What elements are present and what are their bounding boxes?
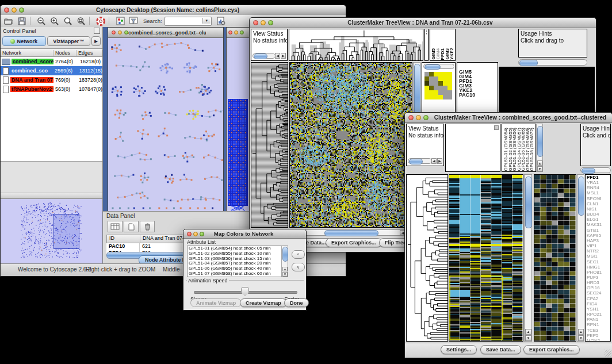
close-button[interactable]	[187, 232, 192, 236]
tv1-spinner-strip[interactable]: ▴▾	[424, 29, 429, 61]
close-button[interactable]	[408, 115, 414, 120]
vizmap-icon[interactable]	[115, 16, 125, 26]
gene-label[interactable]: MAK31	[587, 222, 610, 227]
gene-label[interactable]: MON2	[587, 338, 610, 342]
tv1-zoom-hscrollbar[interactable]	[423, 64, 454, 69]
gene-label[interactable]: PEP5	[587, 333, 610, 338]
gene-label[interactable]: HMG1	[587, 265, 610, 270]
tv1-status-scrollbar[interactable]	[253, 53, 276, 59]
treeview1-titlebar[interactable]: ClusterMaker TreeView : DNA and Tran 07-…	[250, 18, 596, 28]
save-session-button[interactable]	[17, 16, 27, 26]
chart-settings-icon[interactable]	[216, 16, 227, 26]
gene-label[interactable]: YRA1	[587, 180, 610, 185]
float-panel-icon[interactable]	[94, 28, 100, 34]
scroll-right-icon[interactable]: ▶	[281, 53, 286, 59]
zoom-button[interactable]	[200, 232, 204, 236]
zoom-in-icon[interactable]	[49, 16, 60, 26]
main-titlebar[interactable]: Cytoscape Desktop (Session Name: collins…	[1, 5, 346, 16]
gene-label[interactable]: RPN1	[587, 322, 610, 327]
gene-label[interactable]: RNR4	[587, 185, 610, 190]
tv2-settings-button[interactable]: Settings...	[441, 345, 477, 354]
gene-label[interactable]: PFD1	[587, 175, 610, 180]
gene-label[interactable]: ELG1	[587, 217, 610, 222]
gene-label[interactable]: PUF3	[587, 275, 610, 280]
tv2-heatmap[interactable]	[449, 174, 523, 342]
help-ring-icon[interactable]	[95, 16, 106, 26]
maximize-icon[interactable]	[124, 30, 128, 35]
dense-network-canvas[interactable]	[227, 38, 249, 211]
tv2-gene-list[interactable]: PFD1YRA1RNR4MSL1SPC98CLN1NIS1BUD4ELG1MAK…	[585, 174, 611, 342]
gene-label[interactable]: NIS1	[587, 206, 610, 212]
gene-label[interactable]: GTB1	[587, 228, 610, 233]
tv2-hints-scrollbar[interactable]	[580, 167, 611, 173]
tv2-heatmap-vscrollbar[interactable]: ▲ ▼	[524, 174, 532, 342]
gene-label[interactable]: PHO81	[587, 270, 610, 275]
gene-label[interactable]: BUD4	[587, 212, 610, 217]
zoom-out-icon[interactable]	[36, 16, 47, 26]
animate-vizmap-button[interactable]: Animate Vizmap	[190, 298, 242, 307]
zoom-fit-icon[interactable]	[76, 16, 86, 26]
tv2-collabel-scrollbar[interactable]: ▲ ▼	[536, 124, 543, 172]
network-row[interactable]: combined_sco2569(6)13112(15)	[1, 66, 102, 75]
tv2-zoom-heatmap[interactable]	[534, 174, 576, 342]
close-icon[interactable]	[112, 30, 116, 35]
tab-network[interactable]: Network	[2, 36, 46, 46]
treeview2-titlebar[interactable]: ClusterMaker TreeView : combined_scores_…	[405, 113, 612, 123]
zoom-button[interactable]	[268, 20, 273, 25]
close-button[interactable]	[4, 7, 9, 13]
tab-vizmapper[interactable]: VizMapper™	[47, 36, 91, 46]
move-down-button[interactable]: v	[292, 263, 305, 271]
scroll-left-icon[interactable]: ◀	[275, 53, 280, 59]
tv1-export-graphics-button[interactable]: Export Graphics...	[326, 238, 382, 247]
tv1-heatmap[interactable]	[289, 62, 412, 228]
gene-label[interactable]: TCB3	[587, 328, 610, 333]
gene-label[interactable]: KAP95	[587, 233, 610, 238]
minimize-icon[interactable]	[118, 30, 122, 35]
maximize-icon[interactable]	[240, 30, 244, 35]
gene-label[interactable]: RPO21	[587, 312, 610, 317]
minimize-button[interactable]	[261, 20, 266, 25]
close-button[interactable]	[253, 20, 258, 25]
tv1-column-dendrogram[interactable]	[289, 29, 423, 61]
zoom-button[interactable]	[423, 115, 429, 120]
slider-thumb[interactable]	[241, 287, 249, 296]
gene-label[interactable]: VIP1	[587, 243, 610, 248]
minimize-button[interactable]	[416, 115, 421, 120]
move-up-button[interactable]: ^	[292, 250, 305, 259]
attribute-select-icon[interactable]	[108, 221, 123, 232]
network-canvas[interactable]	[108, 38, 223, 211]
open-session-button[interactable]	[3, 16, 14, 26]
filter-icon[interactable]	[128, 16, 139, 26]
zoom-button[interactable]	[19, 7, 24, 13]
tv1-submatrix[interactable]	[424, 72, 452, 99]
minimize-icon[interactable]	[234, 30, 238, 35]
birdseye-view[interactable]	[1, 198, 102, 264]
done-button[interactable]: Done	[284, 298, 309, 307]
tv1-hints-scrollbar[interactable]	[518, 59, 587, 66]
network-view-titlebar[interactable]: combined_scores_good.txt--cluste...	[108, 28, 223, 38]
attribute-list-item[interactable]: GPL51-07 (GSM868) heat shock 60 min	[188, 271, 288, 277]
tv2-zoom-vscrollbar[interactable]: ▲ ▼	[577, 174, 584, 342]
gene-label[interactable]: MSI1	[587, 254, 610, 259]
scroll-left-icon[interactable]: ◀	[431, 158, 437, 164]
gene-label[interactable]: FIG4	[587, 301, 610, 306]
close-icon[interactable]	[228, 30, 232, 35]
gene-label[interactable]: HRD3	[587, 280, 610, 285]
panel-splitter[interactable]	[1, 193, 102, 198]
gene-label[interactable]: PAN1	[587, 317, 610, 322]
tab-overflow-arrow[interactable]: ▶	[91, 36, 101, 46]
gene-label[interactable]: CPA2	[587, 296, 610, 301]
zoom-selected-icon[interactable]	[63, 16, 73, 26]
gene-label[interactable]: SPC98	[587, 196, 610, 201]
delete-attribute-icon[interactable]	[140, 221, 155, 232]
gene-label[interactable]: HAP3	[587, 238, 610, 243]
create-vizmap-button[interactable]: Create Vizmap	[240, 298, 287, 307]
gene-label[interactable]: SEC24	[587, 290, 610, 296]
gene-label[interactable]: CLN1	[587, 201, 610, 206]
row-label[interactable]: PAC10	[459, 93, 498, 97]
gene-label[interactable]: YSH1	[587, 306, 610, 312]
tv2-save-data-button[interactable]: Save Data...	[480, 345, 521, 354]
gene-label[interactable]: MSL1	[587, 190, 610, 196]
gene-label[interactable]: SEC1	[587, 259, 610, 265]
dialog-titlebar[interactable]: Map Colors to Network	[183, 229, 306, 239]
